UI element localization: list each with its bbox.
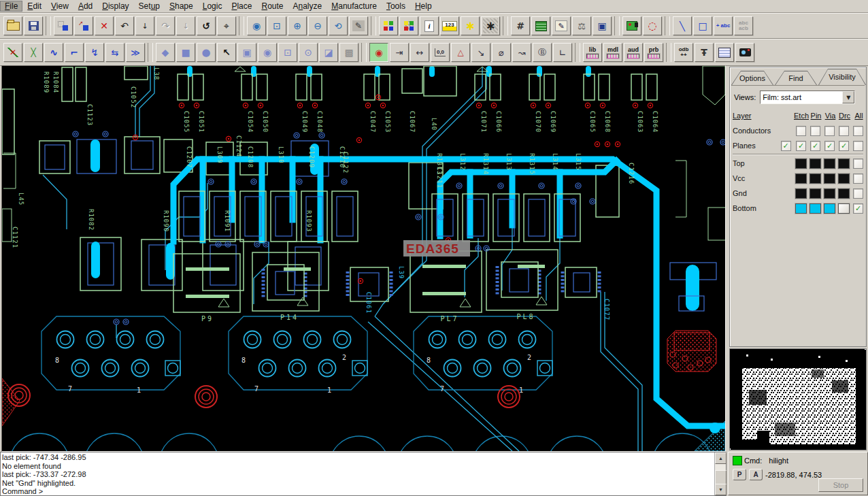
hilight-pick-button[interactable]: ◉: [369, 43, 388, 62]
zoom-fit-button[interactable]: ⊡: [267, 16, 286, 35]
checkbox-checked[interactable]: ✓: [839, 141, 849, 151]
void-rect-button[interactable]: ⊡: [278, 43, 297, 62]
delete-button[interactable]: ✕: [95, 16, 114, 35]
col-header-all[interactable]: All: [852, 112, 866, 120]
pin-button[interactable]: ⌖: [217, 16, 236, 35]
drill-legend-button[interactable]: [715, 43, 734, 62]
artwork-button[interactable]: [735, 43, 754, 62]
layer-color-swatch[interactable]: [824, 159, 835, 169]
diameter-dim-button[interactable]: ⌀: [492, 43, 511, 62]
gap-button[interactable]: ↔: [410, 43, 429, 62]
chamfer-button[interactable]: ∟: [553, 43, 572, 62]
menu-analyze[interactable]: Analyze: [288, 1, 327, 12]
chevron-down-icon[interactable]: ▼: [842, 91, 854, 103]
menu-view[interactable]: View: [46, 1, 73, 12]
leader-button[interactable]: ↘: [471, 43, 490, 62]
checkbox-checked[interactable]: ✓: [781, 141, 791, 151]
menu-help[interactable]: Help: [410, 1, 437, 12]
menu-add[interactable]: Add: [73, 1, 97, 12]
checkbox-checked[interactable]: ✓: [853, 203, 863, 214]
layer-color-swatch[interactable]: [795, 173, 807, 184]
menu-logic[interactable]: Logic: [198, 1, 227, 12]
xsection-button[interactable]: [531, 16, 550, 35]
checkbox-checked[interactable]: ✓: [824, 141, 835, 151]
add-rect-button[interactable]: □: [693, 16, 712, 35]
color-visibility-button[interactable]: [379, 16, 398, 35]
console-window[interactable]: last pick: -747.34 -286.95No element fou…: [0, 452, 727, 496]
checkbox-checked[interactable]: ✓: [810, 141, 820, 151]
shape-merge-button[interactable]: ▩: [339, 43, 358, 62]
move-button[interactable]: [54, 16, 73, 35]
console-scrollbar[interactable]: ▲ ▼: [714, 452, 726, 495]
zoom-in-button[interactable]: ⊕: [288, 16, 307, 35]
col-header-pin[interactable]: Pin: [809, 112, 823, 120]
slide-button[interactable]: ↯: [85, 43, 104, 62]
odb-button[interactable]: odb ++: [674, 43, 693, 62]
shadow-mode-button[interactable]: ▣: [592, 16, 612, 35]
menu-edit[interactable]: Edit: [22, 1, 46, 12]
add-connect-button[interactable]: ∿: [44, 43, 63, 62]
checkbox-unchecked[interactable]: [839, 126, 849, 136]
tab-options[interactable]: Options: [731, 71, 773, 85]
checkbox-unchecked[interactable]: [853, 173, 863, 184]
menu-manufacture[interactable]: Manufacture: [327, 1, 382, 12]
layer-color-swatch[interactable]: [838, 173, 850, 184]
zoom-out-button[interactable]: ⊖: [308, 16, 327, 35]
checkbox-checked[interactable]: ✓: [796, 141, 806, 151]
menu-setup[interactable]: Setup: [134, 1, 165, 12]
layer-color-swatch[interactable]: [838, 159, 850, 169]
world-view-panel[interactable]: [729, 348, 867, 450]
origin-button[interactable]: 0,0: [431, 43, 450, 62]
module-button[interactable]: [622, 16, 641, 35]
shape-edit-button[interactable]: ▣: [237, 43, 256, 62]
layer-color-swatch[interactable]: [795, 188, 807, 199]
padstack-button[interactable]: ◌: [643, 16, 662, 35]
spread-button[interactable]: ⇆: [105, 43, 124, 62]
custom-smooth-button[interactable]: ≫: [126, 43, 145, 62]
pick-button[interactable]: P: [733, 469, 746, 480]
scroll-down-button[interactable]: ▼: [715, 484, 727, 495]
scroll-up-button[interactable]: ▲: [715, 452, 727, 464]
redo-button[interactable]: ↷: [156, 16, 175, 35]
layer-color-swatch[interactable]: [809, 173, 821, 184]
constraint-button[interactable]: ⚖: [572, 16, 591, 35]
layer-color-swatch[interactable]: [824, 173, 835, 184]
menu-tools[interactable]: Tools: [382, 1, 410, 12]
col-header-etch[interactable]: Etch: [794, 112, 809, 120]
checkbox-unchecked[interactable]: [853, 188, 863, 199]
arc-dim-button[interactable]: ↝: [512, 43, 531, 62]
undo-list-button[interactable]: ↓: [135, 16, 154, 35]
redo-list-button[interactable]: ↓: [176, 16, 195, 35]
select-tool-button[interactable]: ↖: [217, 43, 236, 62]
add-text-button[interactable]: + abc: [714, 16, 733, 35]
tab-find[interactable]: Find: [775, 71, 817, 85]
add-line-button[interactable]: ╲: [673, 16, 692, 35]
menu-shape[interactable]: Shape: [165, 1, 198, 12]
layer-color-swatch[interactable]: [809, 203, 821, 214]
color-priority-button[interactable]: [399, 16, 418, 35]
layer-color-swatch[interactable]: [795, 203, 807, 214]
shape-circle-button[interactable]: ●: [197, 43, 216, 62]
checkbox-unchecked[interactable]: [810, 126, 820, 136]
col-header-drc[interactable]: Drc: [837, 112, 852, 120]
menu-file[interactable]: File: [0, 1, 22, 12]
save-button[interactable]: [24, 16, 43, 35]
absolute-button[interactable]: A: [749, 469, 763, 480]
undo-button[interactable]: ↶: [115, 16, 134, 35]
views-dropdown[interactable]: Film: sst.art ▼: [760, 90, 855, 104]
stop-button[interactable]: Stop: [818, 478, 863, 492]
drill-button[interactable]: Ŧ: [695, 43, 714, 62]
aud-button[interactable]: aud: [624, 43, 643, 62]
checkbox-unchecked[interactable]: [796, 126, 806, 136]
unrats-button[interactable]: ✕: [3, 43, 22, 62]
shape-copy-button[interactable]: ◉: [258, 43, 277, 62]
vertex-button[interactable]: ⌐: [65, 43, 84, 62]
lib-button[interactable]: lib: [583, 43, 602, 62]
checkbox-unchecked[interactable]: [824, 126, 835, 136]
void-circle-button[interactable]: ⊙: [299, 43, 318, 62]
checkbox-unchecked[interactable]: [853, 159, 863, 169]
shape-rect-button[interactable]: ■: [176, 43, 195, 62]
color-dialog-button[interactable]: ✎: [552, 16, 571, 35]
copy-button[interactable]: [74, 16, 93, 35]
mdl-button[interactable]: mdl: [603, 43, 622, 62]
